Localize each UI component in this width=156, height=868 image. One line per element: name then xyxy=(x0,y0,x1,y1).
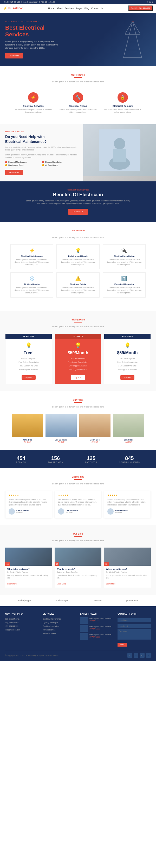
testimonial-2: ★★★★★ Sed do eiusmod tempor incididunt u… xyxy=(104,491,151,518)
footer-service-1[interactable]: Lighting and Repair xyxy=(43,621,76,624)
footer-submit-button[interactable]: Send xyxy=(118,643,127,647)
author-name-0: Lee Williams xyxy=(17,509,29,512)
plan-feature-b3: Plan Upgrade Available xyxy=(107,368,148,371)
team-role-2: An Staff xyxy=(79,441,111,443)
services-section: Our Services Lorem ipsum is a dummy text… xyxy=(0,222,156,311)
services-tag: Our Services xyxy=(5,229,151,232)
service-icon-4: ⚠️ xyxy=(60,276,96,281)
plan-feature-b1: Free Online Consultation xyxy=(107,361,148,364)
stars-2: ★★★★★ xyxy=(107,494,148,497)
blog-body-1: Why do we use it? By Admin | Topic: Fuse… xyxy=(55,566,101,588)
service-icon-5: ⬆️ xyxy=(106,276,142,281)
nav-cta-button[interactable]: Call +91 981444-122 xyxy=(128,5,153,11)
hero-section: WELCOME TO FUSEBOX Best Electrical Servi… xyxy=(0,13,156,66)
service-icon-1: 💡 xyxy=(60,248,96,253)
stat-1: 156 AWARDS WON xyxy=(48,455,63,463)
pinterest-icon[interactable]: p xyxy=(152,1,153,3)
footer-news-title: Latest News xyxy=(80,613,113,615)
stat-0: 454 REPAIRS xyxy=(16,455,26,463)
facebook-icon[interactable]: f xyxy=(146,1,146,3)
nav-services[interactable]: Services xyxy=(65,7,74,10)
benefits-contact-button[interactable]: Contact Us xyxy=(68,209,88,215)
nav-pages[interactable]: Pages xyxy=(76,7,83,10)
blog-title-0: What is Lorem ipsum? xyxy=(7,568,50,570)
footer-service-4[interactable]: Electrical Safety xyxy=(43,632,76,636)
svg-line-1 xyxy=(133,21,142,58)
footer-message-input[interactable] xyxy=(118,629,151,640)
nav-about[interactable]: About xyxy=(56,7,63,10)
team-name-3: John Doe xyxy=(113,439,144,441)
partners-section: audiojungle codecanyon envato photodune xyxy=(0,595,156,606)
team-card-2: John Doe An Staff xyxy=(79,414,111,443)
service-desc-0: Lorem ipsum is the industry's standard d… xyxy=(14,258,50,266)
hero-read-more-button[interactable]: Read More xyxy=(5,53,23,59)
service-item-1: 💡 Lighting and Repair Lorem ipsum is the… xyxy=(56,244,99,269)
footer-contact-title: Contact Info xyxy=(5,613,38,615)
twitter-icon[interactable]: t xyxy=(148,1,148,3)
service-title-5: Electrical Upgrades xyxy=(106,283,142,285)
nav-contact[interactable]: Contact Us xyxy=(91,7,103,10)
footer-services-list: Electrical Maintenance Lighting and Repa… xyxy=(43,617,76,636)
plan-feature-p1: Free Online Consultation xyxy=(8,361,49,364)
testimonial-1: ★★★★★ Sed do eiusmod tempor incididunt u… xyxy=(55,491,101,518)
footer-twitter-icon[interactable]: t xyxy=(134,653,138,658)
blog-link-0[interactable]: Learn More → xyxy=(7,583,19,585)
services-grid: ⚡ Electrical Maintenance Lorem ipsum is … xyxy=(5,244,151,304)
footer-facebook-icon[interactable]: f xyxy=(127,653,132,658)
logo[interactable]: ⚡ FuseBox xyxy=(3,6,23,10)
team-divider xyxy=(74,402,82,403)
blog-date-0: 18 xyxy=(5,562,10,566)
feature-desc-0: Sed do eiusmod tempor incididunt ut labo… xyxy=(14,108,52,114)
service-icon-3: ❄️ xyxy=(14,276,50,281)
footer-service-0[interactable]: Electrical Maintenance xyxy=(43,617,76,621)
services-desc: Lorem ipsum is a dummy text and it use f… xyxy=(36,236,120,239)
footer-service-2[interactable]: Electrical Installation xyxy=(43,624,76,628)
top-email: info@gmail.com xyxy=(23,1,38,3)
feature-icon-2: 🔒 xyxy=(118,92,128,103)
check-dot-1: ✓ xyxy=(42,161,44,163)
footer-news-text-2: Lorem ipsum dolor sit amet 18 April 2022 xyxy=(89,633,111,640)
feature-desc-2: Sed do eiusmod tempor incididunt ut labo… xyxy=(104,108,142,114)
plan-btn-ultimate[interactable]: Try Now xyxy=(71,375,85,380)
footer-news-2: Lorem ipsum dolor sit amet 18 April 2022 xyxy=(80,633,113,640)
pricing-tag: Pricing Plans xyxy=(5,318,151,321)
blog-meta-2: By Admin | Topic: Fusefox xyxy=(106,571,149,573)
plan-btn-personal[interactable]: Try Now xyxy=(22,375,36,380)
plan-features-ultimate: No Card Required Free Online Consultatio… xyxy=(58,357,98,371)
footer-grid: Contact Info 123 Street Name,City, State… xyxy=(5,613,151,647)
footer-pinterest-icon[interactable]: p xyxy=(146,653,151,658)
nav-blog[interactable]: Blog xyxy=(85,7,89,10)
nav-home[interactable]: Home xyxy=(48,7,54,10)
service-desc-3: Lorem ipsum is the industry's standard d… xyxy=(14,286,50,294)
electrician-photo xyxy=(83,124,156,176)
footer-email-input[interactable] xyxy=(118,624,151,628)
footer-name-input[interactable] xyxy=(118,618,151,622)
blog-meta-0: By Admin | Topic: Fusefox xyxy=(7,571,50,573)
maintenance-read-more-button[interactable]: Read More xyxy=(5,170,23,175)
partner-1: codecanyon xyxy=(56,599,69,602)
plan-features-personal: No Card Required Free Online Consultatio… xyxy=(8,357,49,371)
pricing-section: Pricing Plans Lorem ipsum is a dummy tex… xyxy=(0,311,156,392)
service-item-0: ⚡ Electrical Maintenance Lorem ipsum is … xyxy=(10,244,53,269)
blog-text-2: Lorem ipsum dolor sit amet consectetur a… xyxy=(106,574,149,579)
plan-btn-business[interactable]: Try Now xyxy=(120,375,134,380)
team-name-2: John Doe xyxy=(79,439,111,441)
service-icon-0: ⚡ xyxy=(14,248,50,253)
instagram-icon[interactable]: in xyxy=(149,1,151,3)
top-bar: +91 98414-65-130 | info@gmail.com | +91 … xyxy=(0,0,156,4)
svg-point-10 xyxy=(114,138,125,149)
footer-form-title: Contact Form xyxy=(118,613,151,615)
footer-service-3[interactable]: Air Conditioning xyxy=(43,628,76,632)
author-avatar-0 xyxy=(8,508,15,515)
plan-price-personal: Free! xyxy=(8,350,49,355)
features-grid: ⚡ Electrical Services Sed do eiusmod tem… xyxy=(5,89,151,117)
blog-date-1: 18 xyxy=(55,562,59,566)
footer-instagram-icon[interactable]: in xyxy=(140,653,145,658)
check-dot-0: ✓ xyxy=(5,161,7,163)
blog-text-1: Lorem ipsum dolor sit amet consectetur a… xyxy=(57,574,99,579)
blog-link-1[interactable]: Learn More → xyxy=(57,583,68,585)
footer-services-title: Services xyxy=(43,613,76,615)
testimonial-author-1: Lee Williams Founder xyxy=(58,508,98,515)
logo-text: FuseBox xyxy=(8,6,23,10)
blog-link-2[interactable]: Learn More → xyxy=(106,583,118,585)
